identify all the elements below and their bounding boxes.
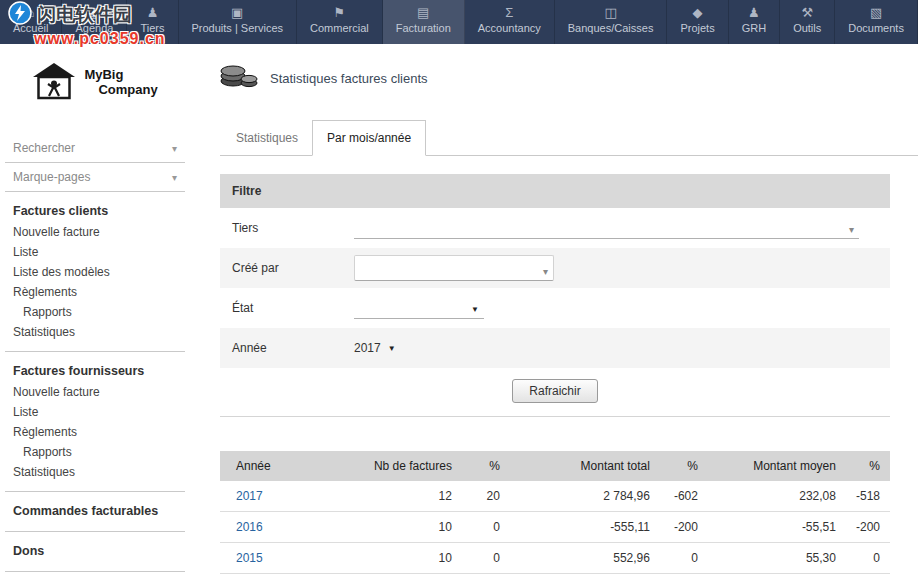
sidebar-title-factures-fournisseurs[interactable]: Factures fournisseurs <box>13 360 177 382</box>
tab-statistiques[interactable]: Statistiques <box>222 121 312 155</box>
tabs-bar: Statistiques Par mois/année <box>220 120 918 156</box>
invoice-stats-coins-icon <box>220 62 258 94</box>
nav-label: Commercial <box>310 22 369 34</box>
filter-label-annee: Année <box>232 341 354 355</box>
total-pct-cell: -602 <box>660 481 708 512</box>
year-link[interactable]: 2016 <box>236 520 263 534</box>
tools-icon: ⚒ <box>801 5 813 20</box>
bookmarks-label: Marque-pages <box>13 170 90 184</box>
sidebar-item-nouvelle-facture[interactable]: Nouvelle facture <box>13 222 177 242</box>
sidebar-item-rapports[interactable]: Rapports <box>13 442 177 462</box>
filter-label-cree-par: Créé par <box>232 261 354 275</box>
etat-select[interactable]: ▼ <box>354 297 484 319</box>
nb-pct-cell: 0 <box>462 512 510 543</box>
nav-item-produits-services[interactable]: ▣ Produits | Services <box>179 0 298 44</box>
accountancy-icon: Σ <box>505 5 513 20</box>
nav-item-documents[interactable]: ▧ Documents <box>835 0 918 44</box>
sidebar-item-liste[interactable]: Liste <box>13 402 177 422</box>
sidebar-title-dons[interactable]: Dons <box>13 540 177 562</box>
avg-pct-cell: 0 <box>846 543 890 574</box>
products-icon: ▣ <box>231 5 243 20</box>
sidebar-item-statistiques[interactable]: Statistiques <box>13 322 177 342</box>
cree-par-select[interactable]: ▾ <box>354 255 554 281</box>
search-dropdown[interactable]: Rechercher ▾ <box>5 134 185 163</box>
menu-section-commandes-facturables: Commandes facturables <box>5 492 185 532</box>
nav-item-banques-caisses[interactable]: ◫ Banques/Caisses <box>555 0 668 44</box>
documents-icon: ▧ <box>870 5 882 20</box>
total-pct-cell: -200 <box>660 512 708 543</box>
filter-row-annee: Année 2017 ▼ <box>220 328 890 368</box>
sidebar-item-statistiques[interactable]: Statistiques <box>13 462 177 482</box>
bank-icon: ◫ <box>604 5 616 20</box>
nav-item-commercial[interactable]: ⚑ Commercial <box>297 0 383 44</box>
avg-pct-cell: -200 <box>846 512 890 543</box>
sidebar-item-reglements[interactable]: Règlements <box>13 422 177 442</box>
avg-pct-cell: -518 <box>846 481 890 512</box>
tab-par-mois-annee[interactable]: Par mois/année <box>312 120 426 156</box>
tiers-select[interactable]: ▾ <box>354 217 859 239</box>
sidebar-item-nouvelle-facture[interactable]: Nouvelle facture <box>13 382 177 402</box>
filter-panel: Filtre Tiers ▾ Créé par ▾ État <box>220 174 890 368</box>
montant-total-cell: -555,11 <box>510 512 660 543</box>
filter-title: Filtre <box>220 174 890 208</box>
nav-item-tiers[interactable]: ♟ Tiers <box>127 0 178 44</box>
filter-row-tiers: Tiers ▾ <box>220 208 890 248</box>
nav-item-projets[interactable]: ◆ Projets <box>667 0 728 44</box>
billing-icon: ▤ <box>417 5 429 20</box>
nav-label: Projets <box>680 22 714 34</box>
select-arrow-icon: ▼ <box>388 344 396 353</box>
nav-item-grh[interactable]: ♟ GRH <box>729 0 780 44</box>
nb-pct-cell: 0 <box>462 543 510 574</box>
sidebar-item-liste[interactable]: Liste <box>13 242 177 262</box>
app-window: ⌂ Accueil ▦ Agenda ♟ Tiers ▣ Produits | … <box>0 0 918 584</box>
year-link[interactable]: 2017 <box>236 489 263 503</box>
table-row: 2016 10 0 -555,11 -200 -55,51 -200 <box>220 512 890 543</box>
menu-section-factures-fournisseurs: Factures fournisseurs Nouvelle facture L… <box>5 352 185 492</box>
nav-label: Agenda <box>75 22 113 34</box>
projects-icon: ◆ <box>693 5 703 20</box>
nav-label: Accueil <box>13 22 48 34</box>
sidebar-item-liste-des-modeles[interactable]: Liste des modèles <box>13 262 177 282</box>
nb-factures-cell: 10 <box>312 512 462 543</box>
refresh-row: Rafraichir <box>220 368 890 417</box>
nav-item-agenda[interactable]: ▦ Agenda <box>62 0 127 44</box>
refresh-button[interactable]: Rafraichir <box>512 379 597 403</box>
commercial-icon: ⚑ <box>334 5 346 20</box>
nav-item-facturation[interactable]: ▤ Facturation <box>383 0 465 44</box>
montant-moyen-cell: -55,51 <box>708 512 846 543</box>
company-name: MyBig Company <box>84 68 157 98</box>
year-cell: 2017 <box>220 481 312 512</box>
nav-label: Outils <box>793 22 821 34</box>
sidebar-item-reglements[interactable]: Règlements <box>13 282 177 302</box>
stats-table: Année Nb de factures % Montant total % M… <box>220 451 890 574</box>
calendar-icon: ▦ <box>88 5 100 20</box>
nb-pct-cell: 20 <box>462 481 510 512</box>
col-header-pct-1: % <box>462 451 510 481</box>
sidebar: MyBig Company Rechercher ▾ Marque-pages … <box>0 44 190 584</box>
filter-row-etat: État ▼ <box>220 288 890 328</box>
menu-section-dons: Dons <box>5 532 185 572</box>
nav-item-accountancy[interactable]: Σ Accountancy <box>465 0 555 44</box>
sidebar-title-commandes-facturables[interactable]: Commandes facturables <box>13 500 177 522</box>
nav-label: Facturation <box>396 22 451 34</box>
montant-total-cell: 552,96 <box>510 543 660 574</box>
year-link[interactable]: 2015 <box>236 551 263 565</box>
table-row: 2017 12 20 2 784,96 -602 232,08 -518 <box>220 481 890 512</box>
annee-select[interactable]: 2017 ▼ <box>354 341 396 355</box>
sidebar-item-rapports[interactable]: Rapports <box>13 302 177 322</box>
sidebar-title-factures-clients[interactable]: Factures clients <box>13 200 177 222</box>
chevron-down-icon: ▾ <box>849 224 854 235</box>
home-icon: ⌂ <box>27 5 35 20</box>
filter-label-etat: État <box>232 301 354 315</box>
bookmarks-dropdown[interactable]: Marque-pages ▾ <box>5 163 185 192</box>
nav-item-outils[interactable]: ⚒ Outils <box>780 0 835 44</box>
col-header-montant-moyen: Montant moyen <box>708 451 846 481</box>
thirdparty-icon: ♟ <box>147 5 159 20</box>
page-header: Statistiques factures clients <box>220 60 890 96</box>
select-arrow-icon: ▼ <box>471 305 479 314</box>
chevron-down-icon: ▾ <box>543 266 548 277</box>
montant-total-cell: 2 784,96 <box>510 481 660 512</box>
nav-label: Banques/Caisses <box>568 22 654 34</box>
search-label: Rechercher <box>13 141 75 155</box>
nav-item-accueil[interactable]: ⌂ Accueil <box>0 0 62 44</box>
